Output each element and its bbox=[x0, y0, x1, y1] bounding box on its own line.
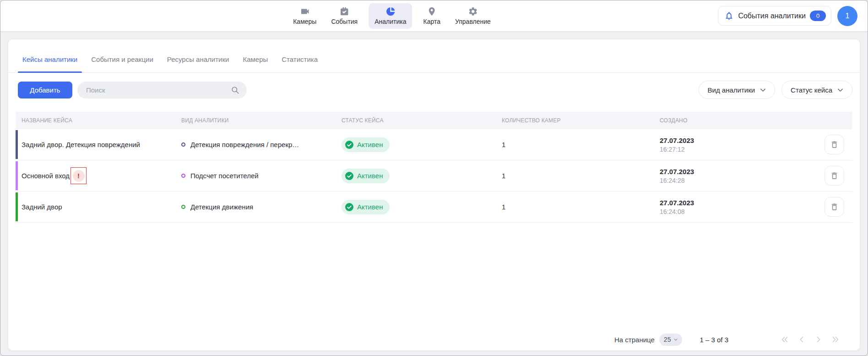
nav-label: Аналитика bbox=[374, 18, 406, 25]
pagination-bar: На странице 25 1 – 3 of 3 bbox=[8, 329, 860, 351]
delete-button[interactable] bbox=[825, 197, 844, 217]
camera-count: 1 bbox=[502, 172, 660, 180]
map-pin-icon bbox=[427, 6, 437, 16]
bell-icon bbox=[724, 11, 734, 21]
tab-statistics[interactable]: Статистика bbox=[282, 46, 318, 72]
events-icon bbox=[339, 6, 349, 16]
table-row[interactable]: Основной вход ! Подсчет посетителей Акти… bbox=[16, 160, 852, 192]
created-time: 16:27:12 bbox=[660, 146, 819, 153]
case-name: Основной вход bbox=[22, 172, 70, 180]
tab-analytics-resources[interactable]: Ресурсы аналитики bbox=[167, 46, 229, 72]
double-chevron-left-icon bbox=[780, 334, 790, 345]
pagination-first-button[interactable] bbox=[780, 334, 790, 345]
nav-label: События bbox=[331, 18, 358, 25]
toolbar: Добавить Вид аналитики Статус кейса bbox=[16, 81, 852, 99]
column-header-created: СОЗДАНО bbox=[660, 117, 819, 124]
tab-cameras[interactable]: Камеры bbox=[243, 46, 268, 72]
camera-count: 1 bbox=[502, 141, 660, 148]
pagination-prev-button[interactable] bbox=[797, 334, 807, 345]
cases-table: НАЗВАНИЕ КЕЙСА ВИД АНАЛИТИКИ СТАТУС КЕЙС… bbox=[16, 112, 852, 223]
section-tabs: Кейсы аналитики События и реакции Ресурс… bbox=[8, 39, 860, 73]
filter-label: Вид аналитики bbox=[708, 86, 755, 94]
top-bar: Камеры События Аналитика Карта Управлени… bbox=[0, 0, 868, 32]
table-row[interactable]: Задний двор. Детекция повреждений ! Дете… bbox=[16, 129, 852, 160]
row-color-bar bbox=[16, 130, 18, 159]
events-button-label: События аналитики bbox=[738, 12, 806, 20]
user-avatar[interactable]: 1 bbox=[837, 6, 857, 26]
case-name: Задний двор bbox=[22, 203, 62, 211]
warning-annotation: ! bbox=[71, 167, 87, 184]
search-icon bbox=[231, 86, 239, 94]
delete-button[interactable] bbox=[825, 166, 844, 186]
status-badge: Активен bbox=[342, 137, 390, 152]
nav-item-management[interactable]: Управление bbox=[451, 3, 494, 29]
table-row[interactable]: Задний двор ! Детекция движения Активен … bbox=[16, 192, 852, 223]
pagination-last-button[interactable] bbox=[830, 334, 841, 345]
status-badge: Активен bbox=[342, 169, 390, 183]
search-input[interactable] bbox=[77, 82, 247, 99]
per-page-select[interactable]: 25 bbox=[659, 334, 683, 346]
status-label: Активен bbox=[357, 141, 383, 148]
case-name: Задний двор. Детекция повреждений bbox=[22, 141, 140, 148]
delete-button[interactable] bbox=[825, 135, 844, 154]
analytics-type-icon bbox=[181, 205, 185, 209]
table-header: НАЗВАНИЕ КЕЙСА ВИД АНАЛИТИКИ СТАТУС КЕЙС… bbox=[16, 112, 852, 129]
content-card: Кейсы аналитики События и реакции Ресурс… bbox=[8, 39, 860, 351]
filter-case-status[interactable]: Статус кейса bbox=[781, 81, 852, 99]
gear-icon bbox=[468, 6, 478, 16]
created-date: 27.07.2023 bbox=[660, 168, 819, 175]
analytics-events-button[interactable]: События аналитики 0 bbox=[718, 6, 831, 26]
nav-label: Камеры bbox=[293, 18, 316, 25]
filter-label: Статус кейса bbox=[791, 86, 832, 94]
warning-icon: ! bbox=[73, 170, 85, 182]
trash-icon bbox=[830, 171, 839, 180]
tab-analytics-cases[interactable]: Кейсы аналитики bbox=[22, 46, 77, 72]
column-header-case-name: НАЗВАНИЕ КЕЙСА bbox=[22, 117, 181, 124]
status-badge: Активен bbox=[342, 200, 390, 214]
trash-icon bbox=[830, 140, 839, 149]
trash-icon bbox=[830, 203, 839, 211]
check-circle-icon bbox=[345, 172, 353, 180]
filter-analytics-type[interactable]: Вид аналитики bbox=[699, 81, 776, 99]
nav-label: Карта bbox=[423, 18, 440, 25]
check-circle-icon bbox=[345, 203, 353, 211]
per-page-label: На странице bbox=[614, 336, 655, 344]
chevron-down-icon bbox=[759, 86, 767, 94]
pager-arrows bbox=[780, 334, 841, 345]
chevron-down-icon bbox=[836, 86, 844, 94]
pagination-range: 1 – 3 of 3 bbox=[700, 336, 728, 344]
camera-icon bbox=[300, 6, 310, 16]
per-page-value: 25 bbox=[664, 336, 671, 343]
created-time: 16:24:28 bbox=[660, 177, 819, 184]
chevron-right-icon bbox=[814, 334, 824, 345]
nav-item-events[interactable]: События bbox=[327, 3, 361, 29]
main-navigation: Камеры События Аналитика Карта Управлени… bbox=[289, 0, 494, 31]
column-header-analytics-type: ВИД АНАЛИТИКИ bbox=[181, 117, 342, 124]
nav-label: Управление bbox=[455, 18, 491, 25]
row-color-bar bbox=[16, 161, 18, 190]
analytics-pie-icon bbox=[385, 6, 396, 16]
app-window: Камеры События Аналитика Карта Управлени… bbox=[0, 0, 868, 356]
pagination-next-button[interactable] bbox=[814, 334, 824, 345]
tab-events-reactions[interactable]: События и реакции bbox=[91, 46, 153, 72]
chevron-down-icon bbox=[673, 336, 679, 343]
analytics-type-label: Детекция повреждения / перекр… bbox=[190, 141, 299, 148]
column-header-case-status: СТАТУС КЕЙСА bbox=[342, 117, 502, 124]
nav-item-map[interactable]: Карта bbox=[420, 3, 444, 29]
analytics-type-label: Подсчет посетителей bbox=[190, 172, 259, 180]
nav-item-cameras[interactable]: Камеры bbox=[289, 3, 320, 29]
analytics-type-icon bbox=[181, 174, 185, 178]
status-label: Активен bbox=[357, 203, 383, 211]
add-button[interactable]: Добавить bbox=[18, 82, 72, 99]
analytics-type-icon bbox=[181, 142, 185, 147]
column-header-camera-count: КОЛИЧЕСТВО КАМЕР bbox=[502, 117, 660, 124]
status-label: Активен bbox=[357, 172, 383, 180]
check-circle-icon bbox=[345, 141, 353, 149]
row-color-bar bbox=[16, 192, 18, 221]
nav-item-analytics[interactable]: Аналитика bbox=[369, 3, 412, 29]
analytics-type-label: Детекция движения bbox=[190, 203, 253, 211]
search-field bbox=[77, 82, 247, 99]
events-count-badge: 0 bbox=[810, 11, 826, 21]
double-chevron-right-icon bbox=[830, 334, 841, 345]
top-bar-right: События аналитики 0 1 bbox=[718, 0, 857, 31]
